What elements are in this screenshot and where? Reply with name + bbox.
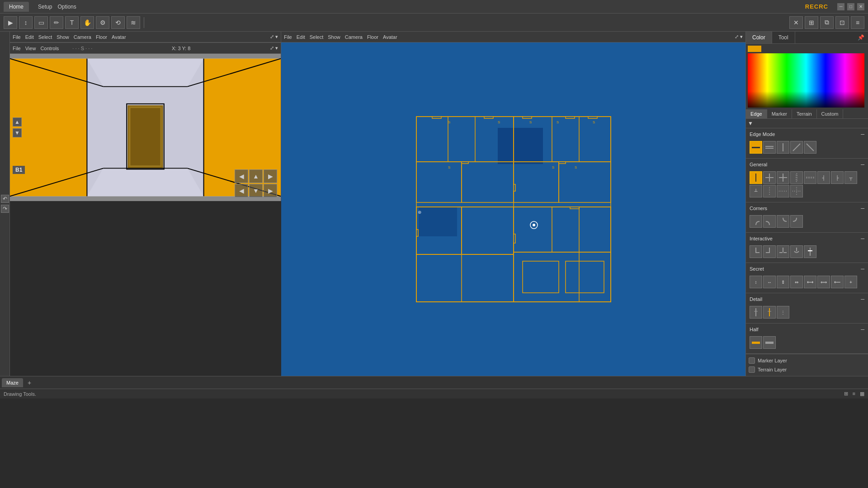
- expand-button[interactable]: ⊡: [835, 16, 849, 29]
- section-half-header[interactable]: Half ─: [748, 325, 866, 333]
- dir-up-button[interactable]: ▲: [249, 169, 263, 183]
- detail-3[interactable]: ⋮: [777, 306, 789, 319]
- viewport-expand-tl[interactable]: ⤢ ▾: [270, 34, 278, 40]
- setup-menu[interactable]: Setup: [38, 4, 52, 10]
- section-general-header[interactable]: General ─: [748, 160, 866, 169]
- tab-color[interactable]: Color: [746, 32, 772, 43]
- home-tab[interactable]: Home: [4, 2, 29, 12]
- terrain-layer-item[interactable]: Terrain Layer: [746, 365, 868, 374]
- edit-menu-c[interactable]: Edit: [297, 34, 305, 40]
- close-button[interactable]: ✕: [857, 3, 864, 10]
- secret-2[interactable]: ↔: [763, 276, 776, 288]
- corner-tl[interactable]: [750, 215, 762, 228]
- run-button[interactable]: ▶: [4, 16, 17, 29]
- gen-start[interactable]: ├: [831, 171, 844, 184]
- view-3d-corridor[interactable]: B1 ▲ ▼ ◀ ▲ ▶ ◀ ▼ ▶: [10, 54, 281, 201]
- color-spectrum-container[interactable]: [748, 53, 864, 108]
- rotate-button[interactable]: ⟲: [111, 16, 125, 29]
- viewport-expand-c[interactable]: ⤢ ▾: [735, 34, 743, 40]
- minimize-button[interactable]: ─: [837, 3, 844, 10]
- options-menu[interactable]: Options: [57, 4, 76, 10]
- view-menu-bl[interactable]: View: [25, 46, 36, 51]
- current-color[interactable]: [748, 46, 761, 52]
- gen-dashed1[interactable]: [790, 171, 803, 184]
- secret-5[interactable]: ⟷: [804, 276, 816, 288]
- statusbar-icon2[interactable]: ≡: [853, 391, 855, 397]
- section-detail-header[interactable]: Detail ─: [748, 295, 866, 303]
- half-1[interactable]: [750, 336, 762, 349]
- file-menu-c[interactable]: File: [284, 34, 292, 40]
- edit-menu-tl[interactable]: Edit: [25, 34, 34, 40]
- gen-dotted-cross[interactable]: [790, 185, 803, 197]
- section-half-collapse[interactable]: ─: [861, 327, 864, 332]
- dir-down-button[interactable]: ▼: [249, 184, 263, 197]
- file-menu-tl[interactable]: File: [13, 34, 21, 40]
- color-gradient[interactable]: [748, 53, 864, 108]
- grid-button[interactable]: ≋: [127, 16, 140, 29]
- secret-1[interactable]: ↕: [750, 276, 762, 288]
- grab-button[interactable]: ✋: [80, 16, 94, 29]
- gen-top[interactable]: ┬: [844, 171, 857, 184]
- gen-dashed2[interactable]: [804, 171, 816, 184]
- layout-button[interactable]: ⊞: [805, 16, 818, 29]
- inter-window[interactable]: [804, 245, 816, 258]
- undo-button[interactable]: ↶: [1, 195, 9, 203]
- gen-wall-solid[interactable]: [750, 171, 762, 184]
- draw-button[interactable]: ✏: [50, 16, 63, 29]
- section-detail-collapse[interactable]: ─: [861, 296, 864, 302]
- tab-tool[interactable]: Tool: [772, 32, 795, 43]
- tab-custom[interactable]: Custom: [817, 109, 844, 118]
- secret-6[interactable]: ⟺: [817, 276, 830, 288]
- marker-layer-item[interactable]: Marker Layer: [746, 356, 868, 365]
- floor-label[interactable]: B1: [13, 166, 25, 174]
- detail-2[interactable]: [763, 306, 776, 319]
- select-rect-button[interactable]: ▭: [34, 16, 48, 29]
- show-menu-tl[interactable]: Show: [57, 34, 69, 40]
- corner-bl[interactable]: [777, 215, 789, 228]
- gen-dotted-v[interactable]: [763, 185, 776, 197]
- tab-maze[interactable]: Maze: [2, 378, 23, 387]
- inter-door-r[interactable]: [763, 245, 776, 258]
- marker-layer-visibility[interactable]: [749, 357, 755, 364]
- section-interactive-collapse[interactable]: ─: [861, 236, 864, 241]
- add-tab-button[interactable]: +: [24, 377, 35, 388]
- tab-terrain[interactable]: Terrain: [792, 109, 817, 118]
- menu-button[interactable]: ≡: [851, 16, 864, 29]
- section-corners-header[interactable]: Corners ─: [748, 204, 866, 212]
- inter-arch[interactable]: [790, 245, 803, 258]
- edge-mode-solid[interactable]: [750, 141, 762, 154]
- camera-menu-tl[interactable]: Camera: [74, 34, 91, 40]
- section-general-collapse[interactable]: ─: [861, 162, 864, 167]
- terrain-layer-visibility[interactable]: [749, 366, 755, 373]
- corner-tr[interactable]: [763, 215, 776, 228]
- section-edge-mode-header[interactable]: Edge Mode ─: [748, 130, 866, 138]
- section-secret-header[interactable]: Secret ─: [748, 265, 866, 273]
- section-secret-collapse[interactable]: ─: [861, 266, 864, 272]
- redo-button[interactable]: ↷: [1, 205, 9, 213]
- controls-menu-bl[interactable]: Controls: [40, 46, 59, 51]
- dir-back-left-button[interactable]: ◀: [235, 184, 248, 197]
- gen-wall-t[interactable]: [763, 171, 776, 184]
- avatar-menu-tl[interactable]: Avatar: [112, 34, 126, 40]
- dir-left-button[interactable]: ◀: [235, 169, 248, 183]
- gen-wall-cross[interactable]: [777, 171, 789, 184]
- section-edge-mode-collapse[interactable]: ─: [861, 131, 864, 137]
- show-menu-c[interactable]: Show: [328, 34, 340, 40]
- gen-dotted-h[interactable]: [777, 185, 789, 197]
- statusbar-icon1[interactable]: ⊞: [844, 391, 848, 397]
- edge-mode-vertical[interactable]: [777, 141, 789, 154]
- camera-menu-c[interactable]: Camera: [345, 34, 363, 40]
- corner-br[interactable]: [790, 215, 803, 228]
- detail-1[interactable]: [750, 306, 762, 319]
- edge-mode-diag2[interactable]: [804, 141, 816, 154]
- select-menu-c[interactable]: Select: [310, 34, 324, 40]
- move-vertical-button[interactable]: ↕: [19, 16, 33, 29]
- tab-marker[interactable]: Marker: [767, 109, 792, 118]
- secret-plus[interactable]: +: [844, 276, 857, 288]
- nav-up-button[interactable]: ▲: [13, 117, 22, 127]
- half-2[interactable]: [763, 336, 776, 349]
- panel-pin-button[interactable]: 📌: [854, 33, 868, 42]
- statusbar-icon3[interactable]: ▦: [860, 391, 864, 397]
- viewport-expand-bl[interactable]: ⤢ ▾: [270, 45, 278, 51]
- inter-door-l[interactable]: [750, 245, 762, 258]
